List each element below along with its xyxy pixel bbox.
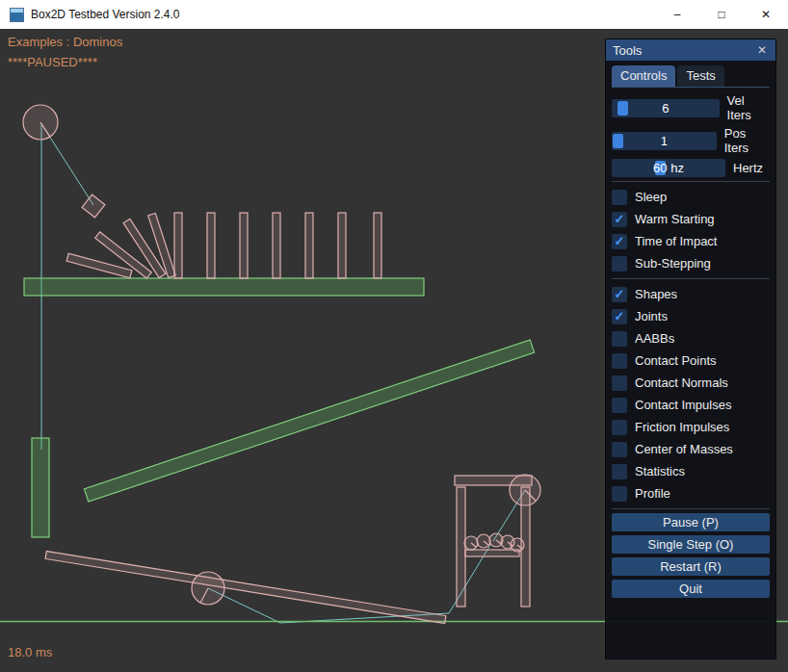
single-step-button[interactable]: Single Step (O)	[612, 535, 770, 554]
checkbox-box[interactable]	[612, 353, 627, 369]
slider-label: Pos Iters	[724, 126, 770, 155]
tab-tests[interactable]: Tests	[677, 65, 723, 87]
checkbox-friction-impulses[interactable]: Friction Impulses	[612, 416, 770, 438]
checkbox-label: Shapes	[635, 287, 677, 301]
checkbox-contact-points[interactable]: Contact Points	[612, 349, 770, 372]
checkbox-label: Time of Impact	[635, 234, 717, 248]
tab-controls[interactable]: Controls	[612, 65, 675, 87]
tools-panel-body: Controls Tests 6 Vel Iters 1 Pos Iters 6…	[606, 61, 775, 607]
pause-button[interactable]: Pause (P)	[612, 513, 770, 531]
checkbox-box[interactable]	[612, 486, 627, 502]
checkbox-label: Contact Impulses	[635, 398, 731, 412]
checkbox-label: AABBs	[635, 331, 674, 346]
slider-label: Hertz	[733, 161, 763, 175]
vel-iters-slider[interactable]: 6	[612, 99, 720, 117]
slider-value: 60 hz	[653, 161, 684, 175]
checkbox-label: Center of Masses	[635, 442, 733, 456]
slider-label: Vel Iters	[727, 93, 770, 122]
panel-close-icon[interactable]: ✕	[755, 43, 769, 57]
checkbox-box[interactable]: ✓	[612, 234, 627, 249]
checkbox-box[interactable]	[612, 398, 627, 413]
domino[interactable]	[305, 213, 313, 278]
checkbox-label: Profile	[635, 486, 670, 501]
hertz-row: 60 hz Hertz	[612, 159, 770, 177]
checkbox-label: Sleep	[635, 190, 667, 204]
checkbox-label: Joints	[635, 309, 668, 323]
domino[interactable]	[338, 213, 346, 278]
checkbox-box[interactable]: ✓	[612, 287, 627, 302]
checkbox-aabbs[interactable]: AABBs	[612, 327, 770, 349]
separator	[612, 508, 770, 509]
checkbox-label: Contact Normals	[635, 375, 728, 390]
domino[interactable]	[207, 213, 215, 278]
checkbox-profile[interactable]: Profile	[612, 482, 770, 504]
pos-iters-row: 1 Pos Iters	[612, 126, 770, 155]
checkbox-box[interactable]	[612, 442, 627, 457]
domino[interactable]	[240, 213, 248, 278]
separator	[612, 278, 770, 279]
checkbox-box[interactable]	[612, 464, 627, 479]
frame-time-label: 18.0 ms	[8, 645, 52, 659]
checkbox-box[interactable]	[612, 331, 627, 347]
checkbox-sleep[interactable]: Sleep	[612, 186, 770, 208]
tools-panel-title: Tools	[613, 43, 755, 58]
slider-value: 1	[661, 134, 668, 148]
vel-iters-row: 6 Vel Iters	[612, 93, 770, 122]
tools-panel-titlebar[interactable]: Tools ✕	[606, 39, 775, 61]
checkbox-label: Friction Impulses	[635, 420, 729, 434]
pos-iters-slider[interactable]: 1	[612, 132, 717, 150]
tab-bar: Controls Tests	[612, 65, 770, 88]
checkbox-box[interactable]	[612, 190, 627, 205]
paused-label: ****PAUSED****	[8, 55, 97, 69]
checkbox-box[interactable]: ✓	[612, 309, 627, 324]
left-pillar	[32, 438, 49, 537]
window-controls: – □ ✕	[655, 0, 788, 29]
close-button[interactable]: ✕	[744, 0, 788, 29]
checkbox-shapes[interactable]: ✓ Shapes	[612, 283, 770, 305]
frame-shelf[interactable]	[465, 550, 519, 556]
domino[interactable]	[273, 213, 280, 278]
hertz-slider[interactable]: 60 hz	[612, 159, 725, 177]
slider-grab[interactable]	[613, 134, 623, 148]
tools-panel: Tools ✕ Controls Tests 6 Vel Iters 1 Pos…	[605, 39, 776, 659]
checkbox-contact-normals[interactable]: Contact Normals	[612, 372, 770, 394]
example-label: Examples : Dominos	[8, 35, 122, 49]
pendulum-bob[interactable]	[82, 194, 105, 218]
maximize-button[interactable]: □	[699, 0, 744, 29]
checkbox-statistics[interactable]: Statistics	[612, 460, 770, 482]
slider-value: 6	[662, 101, 669, 116]
checkbox-label: Sub-Stepping	[635, 256, 711, 271]
checkbox-time-of-impact[interactable]: ✓ Time of Impact	[612, 230, 770, 252]
panel-buttons: Pause (P) Single Step (O) Restart (R) Qu…	[612, 513, 770, 598]
minimize-button[interactable]: –	[655, 0, 699, 29]
checkbox-box[interactable]	[612, 420, 627, 435]
checkbox-box[interactable]	[612, 256, 627, 271]
quit-button[interactable]: Quit	[612, 580, 770, 598]
restart-button[interactable]: Restart (R)	[612, 557, 770, 576]
domino[interactable]	[374, 213, 381, 278]
tilted-plank[interactable]	[45, 551, 446, 623]
checkbox-box[interactable]	[612, 375, 627, 391]
separator	[612, 181, 770, 182]
frame-left-leg[interactable]	[457, 487, 465, 607]
checkbox-box[interactable]: ✓	[612, 212, 627, 227]
checkbox-label: Contact Points	[635, 353, 717, 368]
checkbox-label: Statistics	[635, 464, 685, 478]
checkbox-label: Warm Starting	[635, 212, 715, 226]
slider-grab[interactable]	[617, 101, 628, 116]
window-titlebar: Box2D Testbed Version 2.4.0 – □ ✕	[0, 0, 788, 29]
domino-platform	[24, 278, 424, 296]
checkbox-center-of-masses[interactable]: Center of Masses	[612, 438, 770, 460]
app-icon[interactable]	[10, 8, 24, 22]
domino[interactable]	[174, 213, 182, 278]
checkbox-contact-impulses[interactable]: Contact Impulses	[612, 394, 770, 416]
window-title: Box2D Testbed Version 2.4.0	[31, 8, 180, 21]
checkbox-sub-stepping[interactable]: Sub-Stepping	[612, 252, 770, 274]
checkbox-joints[interactable]: ✓ Joints	[612, 305, 770, 327]
checkbox-warm-starting[interactable]: ✓ Warm Starting	[612, 208, 770, 230]
